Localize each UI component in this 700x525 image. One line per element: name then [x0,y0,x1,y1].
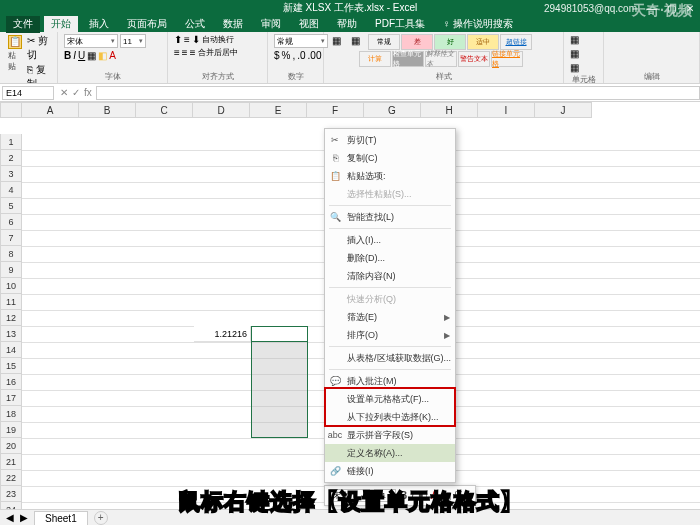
comma-icon[interactable]: , [292,50,295,61]
row-14[interactable]: 14 [0,342,22,358]
row-7[interactable]: 7 [0,230,22,246]
align-mid-icon[interactable]: ≡ [184,34,190,45]
bold-button[interactable]: B [64,50,71,61]
ctx-item-17[interactable]: 💬插入批注(M) [325,372,455,390]
ctx-item-19[interactable]: 从下拉列表中选择(K)... [325,408,455,426]
percent-icon[interactable]: % [282,50,291,61]
inc-decimal-icon[interactable]: .0 [297,50,305,61]
row-9[interactable]: 9 [0,262,22,278]
ctx-item-12[interactable]: 筛选(E)▶ [325,308,455,326]
row-15[interactable]: 15 [0,358,22,374]
formula-input[interactable] [96,86,700,100]
tab-home[interactable]: 开始 [44,15,78,33]
select-all-corner[interactable] [0,102,22,118]
ctx-item-18[interactable]: 设置单元格格式(F)... [325,390,455,408]
align-center-icon[interactable]: ≡ [182,47,188,58]
ctx-item-9[interactable]: 清除内容(N) [325,267,455,285]
row-12[interactable]: 12 [0,310,22,326]
row-3[interactable]: 3 [0,166,22,182]
row-6[interactable]: 6 [0,214,22,230]
row-21[interactable]: 21 [0,454,22,470]
row-13[interactable]: 13 [0,326,22,342]
row-22[interactable]: 22 [0,470,22,486]
tab-data[interactable]: 数据 [216,15,250,33]
style-normal[interactable]: 常规 [368,34,400,50]
tab-review[interactable]: 审阅 [254,15,288,33]
number-format-select[interactable]: 常规 [274,34,328,48]
col-G[interactable]: G [364,102,421,118]
ctx-item-21[interactable]: 定义名称(A)... [325,444,455,462]
ctx-item-8[interactable]: 删除(D)... [325,249,455,267]
col-J[interactable]: J [535,102,592,118]
border-button[interactable]: ▦ [87,50,96,61]
align-right-icon[interactable]: ≡ [190,47,196,58]
row-2[interactable]: 2 [0,150,22,166]
col-F[interactable]: F [307,102,364,118]
row-4[interactable]: 4 [0,182,22,198]
style-linkcell[interactable]: 链接单元格 [491,51,523,67]
style-explain[interactable]: 解释性文本 [425,51,457,67]
merge-button[interactable]: 合并后居中 [198,47,238,58]
col-B[interactable]: B [79,102,136,118]
insert-cells-icon[interactable]: ▦ [570,34,579,45]
ctx-item-5[interactable]: 🔍智能查找(L) [325,208,455,226]
style-warn[interactable]: 警告文本 [458,51,490,67]
table-format-button[interactable]: ▦ [349,34,367,50]
format-cells-icon[interactable]: ▦ [570,62,579,73]
row-11[interactable]: 11 [0,294,22,310]
enter-icon[interactable]: ✓ [72,87,80,98]
row-16[interactable]: 16 [0,374,22,390]
tab-insert[interactable]: 插入 [82,15,116,33]
fx-icon[interactable]: fx [84,87,92,98]
align-left-icon[interactable]: ≡ [174,47,180,58]
ctx-item-22[interactable]: 🔗链接(I) [325,462,455,480]
account-label[interactable]: 294981053@qq.com [544,3,637,14]
row-20[interactable]: 20 [0,438,22,454]
tab-pdf[interactable]: PDF工具集 [368,15,432,33]
row-10[interactable]: 10 [0,278,22,294]
col-H[interactable]: H [421,102,478,118]
cancel-icon[interactable]: ✕ [60,87,68,98]
ctx-item-20[interactable]: abc显示拼音字段(S) [325,426,455,444]
col-A[interactable]: A [22,102,79,118]
col-E[interactable]: E [250,102,307,118]
font-name-select[interactable]: 宋体 [64,34,118,48]
currency-icon[interactable]: $ [274,50,280,61]
align-bot-icon[interactable]: ⬇ [192,34,200,45]
italic-button[interactable]: I [73,50,76,61]
cut-button[interactable]: ✂ 剪切 [27,34,51,62]
row-17[interactable]: 17 [0,390,22,406]
ctx-item-13[interactable]: 排序(O)▶ [325,326,455,344]
tab-tell-me[interactable]: ♀ 操作说明搜索 [436,15,520,33]
style-check[interactable]: 检查单元格 [392,51,424,67]
font-color-button[interactable]: A [109,50,116,61]
row-18[interactable]: 18 [0,406,22,422]
ctx-item-15[interactable]: 从表格/区域获取数据(G)... [325,349,455,367]
copy-button[interactable]: ⎘ 复制 [27,63,51,84]
fill-color-button[interactable]: ◧ [98,50,107,61]
row-1[interactable]: 1 [0,134,22,150]
row-19[interactable]: 19 [0,422,22,438]
ctx-item-1[interactable]: ⎘复制(C) [325,149,455,167]
ctx-item-7[interactable]: 插入(I)... [325,231,455,249]
style-good[interactable]: 好 [434,34,466,50]
col-I[interactable]: I [478,102,535,118]
style-calc[interactable]: 计算 [359,51,391,67]
wrap-text-button[interactable]: 自动换行 [202,34,234,45]
cond-format-button[interactable]: ▦ [330,34,348,50]
align-top-icon[interactable]: ⬆ [174,34,182,45]
style-link[interactable]: 超链接 [500,34,532,50]
style-neutral[interactable]: 适中 [467,34,499,50]
row-5[interactable]: 5 [0,198,22,214]
tab-file[interactable]: 文件 [6,15,40,33]
ctx-item-2[interactable]: 📋粘贴选项: [325,167,455,185]
cell-D14[interactable]: 1.21216 [194,326,251,342]
dec-decimal-icon[interactable]: .00 [308,50,322,61]
tab-help[interactable]: 帮助 [330,15,364,33]
tab-formulas[interactable]: 公式 [178,15,212,33]
paste-button[interactable]: 📋粘贴 [6,34,24,73]
row-8[interactable]: 8 [0,246,22,262]
tab-layout[interactable]: 页面布局 [120,15,174,33]
delete-cells-icon[interactable]: ▦ [570,48,579,59]
font-size-select[interactable]: 11 [120,34,146,48]
